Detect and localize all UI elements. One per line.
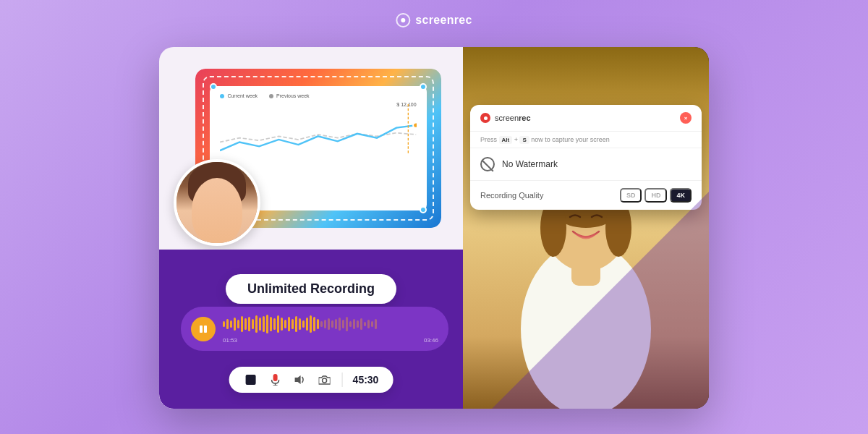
logo-circle-icon — [396, 13, 410, 27]
no-watermark-label: No Watermark — [502, 159, 558, 169]
waveform-bar — [357, 320, 359, 328]
waveform-bar — [252, 319, 254, 329]
waveform-bar — [237, 320, 239, 328]
main-card: Current week Previous week $ 12,100 — [159, 47, 709, 409]
camera-button[interactable] — [318, 373, 332, 387]
waveform-bar — [306, 318, 308, 331]
waveform-bar — [270, 317, 272, 331]
widget-close-button[interactable]: × — [680, 112, 692, 124]
legend-dot-current — [220, 94, 224, 98]
stop-icon — [246, 375, 256, 385]
chart-legend: Current week Previous week — [220, 93, 416, 98]
widget-subtitle: Press Alt + S now to capture your screen — [470, 132, 702, 148]
waveform-bar — [263, 316, 265, 332]
waveform-bar — [273, 318, 276, 330]
svg-rect-4 — [273, 374, 278, 381]
waveform-times: 01:53 03:46 — [223, 337, 438, 344]
waveform-bar — [328, 318, 330, 330]
waveform-bar — [244, 318, 247, 330]
recording-timer: 45:30 — [353, 374, 379, 386]
legend-dot-previous — [269, 94, 273, 98]
microphone-button[interactable] — [268, 373, 283, 387]
pause-button[interactable] — [191, 317, 216, 341]
recording-controls-bar: 45:30 — [229, 367, 393, 393]
widget-header: screenrec × — [470, 105, 702, 132]
waveform-bar — [331, 320, 333, 328]
waveform-bar — [248, 317, 250, 331]
waveform-bar — [255, 315, 258, 333]
waveform-bar — [295, 316, 297, 332]
microphone-icon — [271, 374, 281, 386]
svg-rect-3 — [204, 326, 207, 333]
waveform-bar — [324, 320, 326, 328]
svg-point-7 — [323, 378, 327, 383]
right-panel: screenrec × Press Alt + S now to capture… — [463, 47, 709, 409]
waveform-bar — [226, 319, 229, 329]
app-logo: screenrec — [396, 13, 472, 27]
left-panel: Current week Previous week $ 12,100 — [159, 47, 463, 409]
legend-label-previous: Previous week — [276, 93, 310, 98]
waveform-bar — [360, 318, 362, 330]
alt-key-badge: Alt — [499, 136, 513, 144]
widget-logo-icon — [480, 113, 490, 123]
legend-label-current: Current week — [227, 93, 258, 98]
waveform-bar — [310, 315, 312, 333]
widget-logo: screenrec — [480, 113, 531, 123]
stop-button[interactable] — [244, 373, 258, 387]
waveform-bar — [230, 320, 232, 328]
chart-svg — [220, 104, 416, 155]
unlimited-recording-pill: Unlimited Recording — [226, 274, 396, 304]
waveform-bar — [281, 318, 283, 331]
waveform-bars — [223, 314, 438, 334]
audio-player[interactable]: 01:53 03:46 — [181, 307, 448, 351]
pause-icon — [198, 324, 208, 334]
no-watermark-row: No Watermark — [470, 148, 702, 181]
waveform-bar — [241, 316, 243, 332]
legend-previous: Previous week — [269, 93, 310, 98]
legend-current: Current week — [220, 93, 258, 98]
waveform-time-start: 01:53 — [223, 337, 237, 344]
waveform-bar — [371, 321, 373, 327]
no-watermark-icon — [480, 157, 495, 171]
waveform-bar — [353, 319, 355, 329]
speaker-icon — [294, 375, 306, 385]
waveform-bar — [313, 317, 315, 331]
speaker-button[interactable] — [293, 373, 307, 387]
waveform-bar — [339, 318, 341, 331]
waveform-bar — [277, 315, 279, 333]
webcam-preview — [174, 159, 260, 246]
waveform-bar — [367, 320, 370, 328]
widget-logo-text: screenrec — [495, 114, 531, 122]
camera-icon — [319, 375, 331, 385]
logo-text: screenrec — [415, 14, 472, 27]
chart-price-label: $ 12,100 — [396, 102, 416, 107]
waveform-bar — [302, 320, 305, 328]
waveform-bar — [320, 321, 323, 327]
waveform-bar — [266, 315, 268, 333]
waveform-bar — [364, 322, 366, 326]
waveform-bar — [223, 321, 225, 327]
waveform-container: 01:53 03:46 — [223, 314, 438, 344]
waveform-bar — [259, 318, 261, 331]
unlimited-recording-label: Unlimited Recording — [247, 281, 375, 296]
waveform-bar — [234, 318, 236, 331]
waveform-bar — [342, 320, 344, 328]
controls-divider — [342, 373, 343, 387]
waveform-bar — [284, 320, 286, 328]
decorative-triangle — [492, 192, 709, 409]
waveform-bar — [299, 318, 301, 330]
svg-point-0 — [414, 123, 417, 128]
waveform-bar — [288, 317, 290, 331]
s-key-badge: S — [519, 136, 529, 144]
waveform-bar — [349, 321, 352, 327]
waveform-bar — [292, 319, 294, 329]
webcam-face — [192, 178, 242, 243]
waveform-bar — [346, 317, 348, 331]
waveform-bar — [317, 319, 319, 329]
waveform-time-end: 03:46 — [424, 337, 438, 344]
svg-rect-2 — [200, 326, 203, 333]
webcam-person-bg — [176, 162, 258, 243]
waveform-bar — [375, 319, 377, 329]
waveform-bar — [335, 319, 337, 329]
